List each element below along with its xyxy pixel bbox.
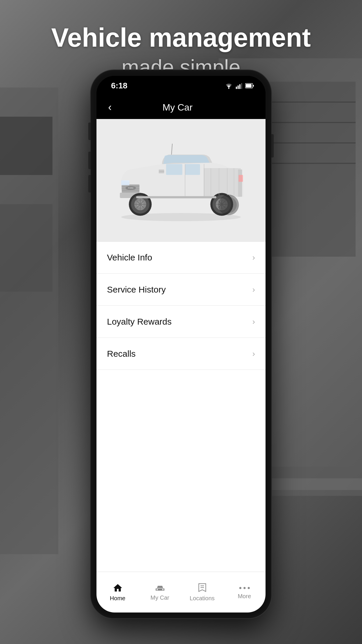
menu-list: Vehicle Info › Service History › Loyalty… (96, 242, 266, 572)
svg-point-64 (239, 587, 241, 589)
back-button[interactable]: ‹ (105, 98, 115, 116)
svg-rect-14 (239, 84, 240, 89)
svg-rect-34 (121, 180, 129, 185)
svg-rect-26 (238, 169, 242, 197)
svg-rect-2 (0, 204, 52, 292)
tab-home[interactable]: Home (96, 572, 139, 612)
tab-bar: Home My Car Locations (96, 572, 266, 612)
svg-rect-18 (253, 85, 254, 87)
phone-screen: 6:18 (96, 76, 266, 612)
tab-more-label: More (238, 593, 251, 600)
svg-rect-21 (185, 164, 200, 175)
menu-item-recalls-label: Recalls (107, 349, 136, 359)
wifi-icon (225, 83, 233, 89)
svg-rect-20 (166, 164, 182, 175)
menu-item-service-history-label: Service History (107, 285, 166, 295)
menu-item-loyalty-rewards-label: Loyalty Rewards (107, 317, 172, 327)
status-time: 6:18 (111, 81, 127, 90)
home-icon (113, 583, 123, 593)
svg-rect-24 (204, 168, 241, 197)
nav-bar: ‹ My Car (96, 96, 266, 119)
svg-point-11 (228, 88, 229, 89)
locations-icon (198, 583, 207, 593)
chevron-right-icon: › (252, 349, 255, 358)
menu-item-vehicle-info-label: Vehicle Info (107, 253, 152, 262)
svg-rect-17 (246, 84, 252, 88)
svg-point-53 (220, 197, 237, 213)
menu-item-recalls[interactable]: Recalls › (96, 338, 266, 370)
more-icon (239, 585, 250, 591)
phone-device: 6:18 (91, 70, 271, 618)
tab-locations[interactable]: Locations (181, 572, 223, 612)
tab-my-car[interactable]: My Car (139, 572, 181, 612)
svg-rect-35 (239, 175, 243, 181)
chevron-right-icon: › (252, 285, 255, 294)
svg-line-57 (171, 144, 172, 154)
status-bar: 6:18 (96, 76, 266, 96)
svg-rect-54 (136, 196, 216, 198)
svg-point-66 (247, 587, 249, 589)
hero-title: Vehicle management (0, 23, 362, 52)
menu-item-vehicle-info[interactable]: Vehicle Info › (96, 242, 266, 274)
status-icons (225, 83, 254, 89)
car-icon (155, 583, 165, 593)
phone-shell: 6:18 (91, 70, 271, 618)
battery-icon (245, 83, 254, 89)
svg-rect-12 (236, 87, 237, 89)
menu-filler (96, 370, 266, 572)
tab-my-car-label: My Car (150, 594, 169, 601)
tab-home-label: Home (110, 595, 125, 602)
chevron-right-icon: › (252, 317, 255, 326)
svg-text:FORD: FORD (128, 187, 133, 189)
svg-rect-15 (241, 83, 242, 89)
tab-more[interactable]: More (223, 572, 266, 612)
truck-image: FORD (105, 122, 257, 239)
signal-icon (236, 83, 242, 89)
nav-title: My Car (115, 102, 240, 113)
car-image-area: FORD (96, 119, 266, 242)
svg-rect-1 (0, 117, 52, 175)
menu-item-service-history[interactable]: Service History › (96, 274, 266, 306)
tab-locations-label: Locations (190, 595, 215, 602)
svg-rect-13 (238, 85, 239, 89)
svg-point-65 (243, 587, 245, 589)
chevron-right-icon: › (252, 253, 255, 262)
menu-item-loyalty-rewards[interactable]: Loyalty Rewards › (96, 306, 266, 338)
